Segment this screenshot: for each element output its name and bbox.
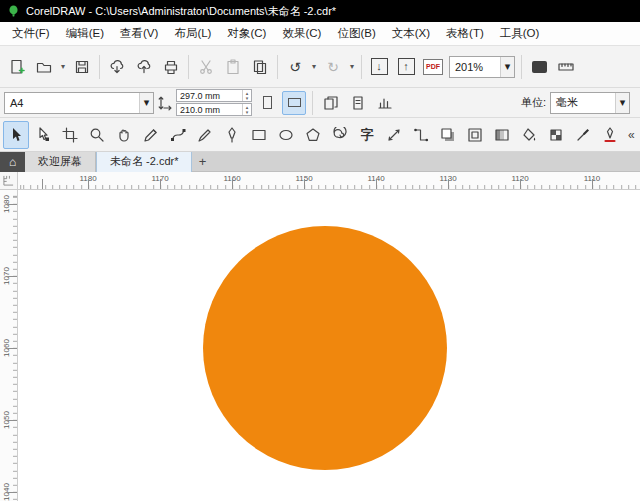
show-rulers-button[interactable] (553, 54, 579, 80)
menu-table[interactable]: 表格(T) (438, 22, 492, 45)
page-width-field[interactable]: 297.0 mm ▴ ▾ (176, 89, 252, 102)
print-button[interactable] (158, 54, 184, 80)
contour-tool[interactable] (462, 121, 488, 149)
transparency-tool[interactable] (489, 121, 515, 149)
menu-layout[interactable]: 布局(L) (166, 22, 219, 45)
text-tool-icon: 字 (361, 128, 374, 141)
pick-tool[interactable] (3, 121, 29, 149)
freehand-tool[interactable] (138, 121, 164, 149)
color-eyedropper-tool[interactable] (570, 121, 596, 149)
text-tool[interactable]: 字 (354, 121, 380, 149)
menu-file[interactable]: 文件(F) (4, 22, 58, 45)
drop-shadow-icon (440, 127, 456, 143)
horizontal-ruler[interactable]: 1180 1170 1160 1150 1140 1130 1120 1110 (18, 172, 640, 190)
zoom-dropdown-caret-icon[interactable]: ▾ (500, 57, 514, 77)
pen-tool[interactable] (219, 121, 245, 149)
page-height-value: 210.0 mm (177, 105, 242, 115)
save-floppy-icon (74, 59, 90, 75)
menu-text[interactable]: 文本(X) (384, 22, 438, 45)
zoom-level-combobox[interactable]: 201% ▾ (449, 56, 515, 78)
zoom-tool[interactable] (84, 121, 110, 149)
paste-button[interactable] (220, 54, 246, 80)
dimension-line-icon (386, 127, 402, 143)
menu-object[interactable]: 对象(C) (219, 22, 274, 45)
new-document-button[interactable] (4, 54, 30, 80)
publish-to-pdf-button[interactable]: PDF (420, 54, 446, 80)
open-document-button[interactable] (31, 54, 57, 80)
polygon-tool[interactable] (300, 121, 326, 149)
page-width-spinner[interactable]: ▴ ▾ (242, 90, 251, 101)
toolbox-overflow-chevron-icon[interactable]: « (624, 128, 639, 142)
rectangle-tool[interactable] (246, 121, 272, 149)
home-tab[interactable]: ⌂ (0, 152, 25, 172)
fill-bucket-icon (521, 127, 537, 143)
save-button[interactable] (69, 54, 95, 80)
smart-fill-tool[interactable] (543, 121, 569, 149)
new-tab-button[interactable]: + (192, 152, 212, 172)
interactive-fill-tool[interactable] (516, 121, 542, 149)
drawing-canvas[interactable] (18, 190, 640, 501)
ruler-major-ticks (18, 179, 640, 189)
orange-circle-shape[interactable] (203, 226, 447, 470)
import-button[interactable]: ↓ (366, 54, 392, 80)
preset-dropdown-caret-icon[interactable]: ▾ (139, 93, 153, 113)
outline-pen-tool[interactable] (597, 121, 623, 149)
units-combobox[interactable]: 毫米 ▾ (550, 92, 630, 114)
undo-dropdown-caret-icon[interactable]: ▾ (309, 62, 319, 71)
menu-bitmaps[interactable]: 位图(B) (329, 22, 383, 45)
pan-tool[interactable] (111, 121, 137, 149)
property-bar: A4 ▾ 297.0 mm ▴ ▾ 210.0 mm ▴ ▾ (0, 88, 640, 118)
tab-document[interactable]: 未命名 -2.cdr* (96, 152, 192, 172)
document-tab-label: 未命名 -2.cdr* (110, 154, 178, 169)
current-page-button[interactable] (346, 91, 370, 115)
polygon-icon (305, 127, 321, 143)
export-button[interactable]: ↑ (393, 54, 419, 80)
artistic-media-tool[interactable] (192, 121, 218, 149)
cut-button[interactable] (193, 54, 219, 80)
menu-tools[interactable]: 工具(O) (492, 22, 548, 45)
shape-node-cursor-icon (35, 127, 51, 143)
undo-button[interactable]: ↺ (282, 54, 308, 80)
page-height-spinner[interactable]: ▴ ▾ (242, 104, 251, 115)
spiral-tool[interactable] (327, 121, 353, 149)
save-to-cloud-button[interactable] (131, 54, 157, 80)
menu-edit[interactable]: 编辑(E) (58, 22, 112, 45)
vertical-ruler[interactable]: 1080 1070 1060 1050 1040 (0, 190, 18, 501)
bar-chart-icon (377, 95, 393, 111)
portrait-orientation-button[interactable] (255, 91, 279, 115)
page-height-field[interactable]: 210.0 mm ▴ ▾ (176, 103, 252, 116)
checker-fill-icon (548, 127, 564, 143)
page-size-preset-combobox[interactable]: A4 ▾ (4, 92, 154, 114)
nudge-distance-button[interactable] (373, 91, 397, 115)
toolbar-separator (312, 91, 313, 115)
crop-tool[interactable] (57, 121, 83, 149)
copy-button[interactable] (247, 54, 273, 80)
landscape-page-icon (288, 98, 301, 107)
ruler-origin-corner[interactable] (0, 172, 18, 190)
clipboard-icon (225, 59, 241, 75)
landscape-orientation-button[interactable] (282, 91, 306, 115)
open-dropdown-caret-icon[interactable]: ▾ (58, 62, 68, 71)
toolbar-separator (361, 55, 362, 79)
fullscreen-preview-button[interactable] (526, 54, 552, 80)
tab-welcome-screen[interactable]: 欢迎屏幕 (25, 152, 96, 172)
spinner-down-icon[interactable]: ▾ (246, 96, 249, 101)
all-pages-button[interactable] (319, 91, 343, 115)
export-arrow-icon: ↑ (398, 58, 415, 75)
open-from-cloud-button[interactable] (104, 54, 130, 80)
ellipse-tool[interactable] (273, 121, 299, 149)
parallel-dimension-tool[interactable] (381, 121, 407, 149)
bezier-tool[interactable] (165, 121, 191, 149)
shape-tool[interactable] (30, 121, 56, 149)
menu-effects[interactable]: 效果(C) (274, 22, 329, 45)
units-dropdown-caret-icon[interactable]: ▾ (615, 93, 629, 113)
drop-shadow-tool[interactable] (435, 121, 461, 149)
menu-view[interactable]: 查看(V) (112, 22, 166, 45)
connector-tool[interactable] (408, 121, 434, 149)
redo-arrow-icon: ↻ (327, 60, 339, 74)
welcome-tab-label: 欢迎屏幕 (38, 154, 82, 169)
spinner-down-icon[interactable]: ▾ (246, 110, 249, 115)
menu-bar: 文件(F) 编辑(E) 查看(V) 布局(L) 对象(C) 效果(C) 位图(B… (0, 22, 640, 46)
redo-dropdown-caret-icon[interactable]: ▾ (347, 62, 357, 71)
redo-button[interactable]: ↻ (320, 54, 346, 80)
